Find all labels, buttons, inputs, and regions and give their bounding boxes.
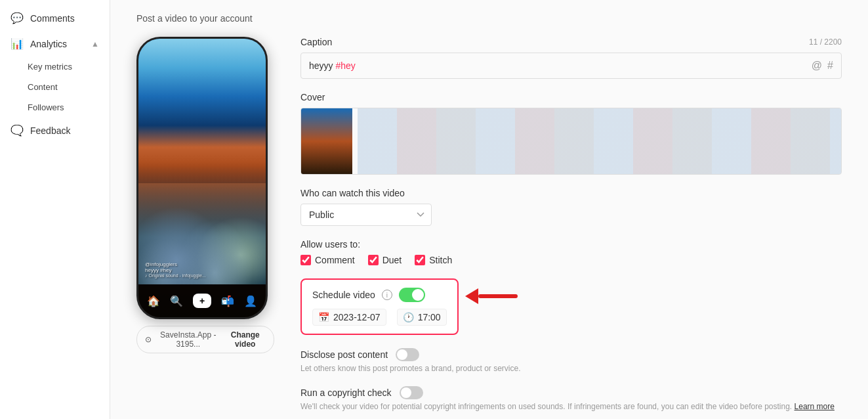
disclose-group: Disclose post content Let others know th…	[300, 348, 842, 373]
duet-checkbox[interactable]	[368, 255, 379, 265]
phone-discover-icon: 🔍	[170, 295, 183, 307]
phone-overlay-text: @infojugglers heyyy #hey ♪ Original soun…	[145, 261, 206, 278]
comment-checkbox[interactable]	[300, 255, 311, 265]
schedule-label: Schedule video	[312, 290, 375, 300]
checkbox-duet[interactable]: Duet	[368, 255, 402, 265]
sidebar: 💬 Comments 📊 Analytics ▲ Key metrics Con…	[0, 0, 110, 419]
phone-profile-icon: 👤	[244, 295, 257, 307]
allow-users-group: Allow users to: Comment Duet Stitch	[300, 239, 842, 265]
who-watch-select[interactable]: Public Friends Only me	[300, 204, 432, 226]
main-content: Post a video to your account @infojuggle…	[110, 0, 868, 419]
phone-plus-icon: +	[193, 294, 211, 308]
learn-more-link[interactable]: Learn more	[795, 402, 835, 411]
schedule-date: 2023-12-07	[333, 312, 381, 322]
phone-mockup: @infojugglers heyyy #hey ♪ Original soun…	[136, 37, 274, 353]
schedule-wrapper: Schedule video i 📅 2023-12-07	[300, 278, 459, 335]
sidebar-item-analytics[interactable]: 📊 Analytics ▲	[0, 31, 110, 56]
sidebar-item-label: Comments	[30, 13, 75, 24]
analytics-icon: 📊	[10, 37, 24, 50]
schedule-header: Schedule video i	[312, 288, 447, 302]
hash-icon[interactable]: #	[827, 60, 833, 72]
time-field[interactable]: 🕐 17:00	[397, 309, 447, 326]
copyright-slider	[400, 386, 423, 399]
copyright-label: Run a copyright check	[300, 387, 392, 398]
clock-icon: 🕐	[403, 312, 414, 322]
at-icon[interactable]: @	[812, 60, 822, 72]
disclose-slider	[396, 348, 419, 361]
comments-icon: 💬	[10, 12, 24, 24]
who-watch-label: Who can watch this video	[300, 188, 842, 198]
chevron-up-icon: ▲	[91, 39, 99, 49]
sidebar-item-feedback[interactable]: 🗨️ Feedback	[0, 118, 110, 143]
schedule-toggle[interactable]	[399, 288, 425, 302]
red-arrow-annotation	[466, 288, 518, 304]
feedback-icon: 🗨️	[10, 124, 24, 137]
caption-text: heyyy #hey	[309, 60, 812, 71]
caption-label: Caption	[300, 37, 332, 47]
phone-caption-area: ⊙ SaveInsta.App - 3195... Change video	[136, 326, 274, 353]
phone-source-button: ⊙ SaveInsta.App - 3195... Change video	[136, 326, 274, 353]
date-field[interactable]: 📅 2023-12-07	[312, 309, 386, 326]
copyright-group: Run a copyright check We'll check your v…	[300, 386, 842, 411]
caption-icons: @ #	[812, 60, 833, 72]
cover-thumbnail	[301, 108, 354, 174]
source-icon: ⊙	[145, 335, 152, 344]
sidebar-item-key-metrics[interactable]: Key metrics	[0, 56, 110, 77]
arrow-body	[478, 294, 518, 298]
disclose-label: Disclose post content	[300, 349, 388, 360]
phone-frame: @infojugglers heyyy #hey ♪ Original soun…	[136, 37, 268, 319]
sidebar-item-content[interactable]: Content	[0, 77, 110, 97]
cover-label: Cover	[300, 92, 842, 102]
checkbox-stitch[interactable]: Stitch	[415, 255, 452, 265]
checkbox-row: Comment Duet Stitch	[300, 255, 842, 265]
change-video-link[interactable]: Change video	[225, 330, 266, 349]
sidebar-item-followers[interactable]: Followers	[0, 97, 110, 118]
schedule-info-icon[interactable]: i	[382, 290, 392, 300]
source-label: SaveInsta.App - 3195...	[155, 330, 221, 349]
checkbox-comment[interactable]: Comment	[300, 255, 355, 265]
caption-label-row: Caption 11 / 2200	[300, 37, 842, 47]
phone-screen: @infojugglers heyyy #hey ♪ Original soun…	[138, 39, 266, 317]
caption-hashtag: #hey	[335, 60, 355, 71]
cover-strip	[358, 108, 841, 174]
sidebar-item-label: Analytics	[30, 39, 67, 49]
disclose-sub-text: Let others know this post promotes a bra…	[300, 364, 842, 373]
right-panel: Caption 11 / 2200 heyyy #hey @ # Cover	[300, 37, 842, 419]
phone-bottom-bar: 🏠 🔍 + 📬 👤	[138, 284, 266, 317]
allow-users-label: Allow users to:	[300, 239, 842, 250]
disclose-toggle[interactable]	[396, 348, 419, 361]
schedule-group: Schedule video i 📅 2023-12-07	[300, 278, 842, 335]
schedule-date-row: 📅 2023-12-07 🕐 17:00	[312, 309, 447, 326]
disclose-toggle-row: Disclose post content	[300, 348, 842, 361]
caption-input-wrapper[interactable]: heyyy #hey @ #	[300, 53, 842, 79]
who-watch-group: Who can watch this video Public Friends …	[300, 188, 842, 226]
copyright-toggle-row: Run a copyright check	[300, 386, 842, 399]
phone-home-icon: 🏠	[147, 295, 160, 307]
content-area: @infojugglers heyyy #hey ♪ Original soun…	[136, 37, 842, 419]
cover-row[interactable]	[300, 108, 842, 175]
arrow-head	[465, 288, 478, 304]
phone-inbox-icon: 📬	[221, 295, 234, 307]
schedule-time: 17:00	[418, 312, 441, 322]
char-count: 11 / 2200	[809, 37, 842, 47]
stitch-checkbox[interactable]	[415, 255, 425, 265]
caption-group: Caption 11 / 2200 heyyy #hey @ #	[300, 37, 842, 79]
sidebar-item-comments[interactable]: 💬 Comments	[0, 5, 110, 31]
sidebar-item-label: Feedback	[30, 125, 70, 136]
calendar-icon: 📅	[318, 312, 329, 322]
copyright-toggle[interactable]	[400, 386, 423, 399]
schedule-box: Schedule video i 📅 2023-12-07	[300, 278, 459, 335]
cover-group: Cover	[300, 92, 842, 175]
page-title: Post a video to your account	[136, 13, 842, 24]
copyright-sub-text: We'll check your video for potential cop…	[300, 402, 842, 411]
toggle-slider	[399, 288, 425, 302]
